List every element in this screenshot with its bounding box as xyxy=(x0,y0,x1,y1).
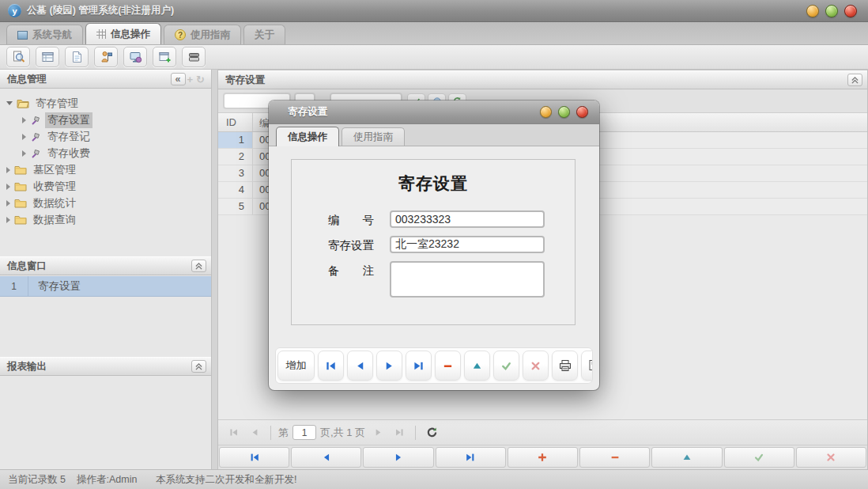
search-document-button[interactable] xyxy=(6,47,30,67)
tree-item-deposit-settings[interactable]: 寄存设置 xyxy=(6,112,211,128)
minimize-button[interactable] xyxy=(806,5,819,17)
deposit-form-panel: 寄存设置 编 号 寄存设置 备 注 xyxy=(291,159,576,325)
deposit-setting-input[interactable] xyxy=(390,236,545,253)
record-delete-button[interactable] xyxy=(579,447,650,468)
dialog-tab-info-operation[interactable]: 信息操作 xyxy=(276,127,339,146)
collapsed-arrow-icon[interactable] xyxy=(22,150,26,157)
maximize-button[interactable] xyxy=(825,5,838,17)
delete-record-button[interactable] xyxy=(435,351,461,381)
user-flag-button[interactable] xyxy=(94,47,118,67)
collapsed-arrow-icon[interactable] xyxy=(6,167,10,173)
form-heading: 寄存设置 xyxy=(292,172,575,195)
refresh-icon[interactable]: ↻ xyxy=(194,74,206,85)
page-next-button[interactable] xyxy=(369,424,387,442)
expanded-arrow-icon[interactable] xyxy=(6,101,13,105)
tab-about[interactable]: 关于 xyxy=(243,25,285,44)
cancel-button[interactable] xyxy=(523,351,549,381)
tab-label: 信息操作 xyxy=(111,28,150,41)
dialog-footer-toolbar: 增加 xyxy=(275,347,593,384)
last-record-icon xyxy=(413,360,425,372)
record-first-button[interactable] xyxy=(219,447,289,468)
panel-title: 信息窗口 xyxy=(7,260,47,273)
close-button[interactable] xyxy=(844,5,857,17)
page-first-button[interactable] xyxy=(225,424,242,442)
print-button[interactable] xyxy=(552,351,578,381)
remark-textarea[interactable] xyxy=(390,261,545,298)
print-archive-button[interactable] xyxy=(182,47,206,67)
page-total-label: 页,共 1 页 xyxy=(320,426,365,440)
dialog-maximize-button[interactable] xyxy=(558,106,570,118)
tree-folder-cemetery-management[interactable]: 墓区管理 xyxy=(6,161,211,178)
code-input[interactable] xyxy=(390,210,545,228)
window-title: 公墓 (陵园) 管理系统(非注册用户) xyxy=(27,4,806,17)
record-cancel-button[interactable] xyxy=(796,447,866,468)
tab-system-navigation[interactable]: 系统导航 xyxy=(6,25,83,44)
double-chevron-up-icon xyxy=(851,77,859,84)
next-record-icon xyxy=(393,452,404,463)
next-record-button[interactable] xyxy=(376,351,402,381)
info-management-panel-header: 信息管理 « + ↻ xyxy=(0,70,211,89)
tree-folder-data-query[interactable]: 数据查询 xyxy=(6,211,211,228)
collapsed-arrow-icon[interactable] xyxy=(22,134,26,140)
tab-label: 关于 xyxy=(255,28,274,42)
monitor-globe-button[interactable] xyxy=(123,47,147,67)
page-number-input[interactable] xyxy=(292,425,316,440)
add-icon xyxy=(537,452,548,463)
add-icon[interactable]: + xyxy=(186,74,195,85)
collapsed-arrow-icon[interactable] xyxy=(22,117,26,123)
collapsed-arrow-icon[interactable] xyxy=(6,184,10,190)
record-add-button[interactable] xyxy=(508,447,578,468)
tool-icon xyxy=(30,115,41,126)
triangle-up-icon xyxy=(471,360,483,372)
document-button[interactable] xyxy=(65,47,89,67)
new-window-button[interactable] xyxy=(153,47,176,67)
confirm-button[interactable] xyxy=(493,351,519,381)
page-prev-button[interactable] xyxy=(246,424,263,442)
page-last-button[interactable] xyxy=(391,424,408,442)
first-record-button[interactable] xyxy=(318,351,344,381)
dialog-minimize-button[interactable] xyxy=(540,106,552,118)
tree-folder-data-statistics[interactable]: 数据统计 xyxy=(6,195,211,211)
record-prev-button[interactable] xyxy=(291,447,361,468)
print-preview-button[interactable] xyxy=(581,351,593,381)
collapse-panel-button[interactable] xyxy=(191,260,206,272)
collapsed-arrow-icon[interactable] xyxy=(6,217,10,223)
report-output-panel-header: 报表输出 xyxy=(0,357,211,376)
title-bar: y 公墓 (陵园) 管理系统(非注册用户) xyxy=(0,0,868,22)
prev-record-button[interactable] xyxy=(347,351,373,381)
column-header-id[interactable]: ID xyxy=(218,113,253,131)
form-row-remark: 备 注 xyxy=(328,261,575,298)
collapse-panel-button[interactable] xyxy=(191,360,206,373)
info-window-row[interactable]: 1 寄存设置 xyxy=(0,276,211,297)
collapse-main-panel-button[interactable] xyxy=(847,74,862,86)
tab-label: 使用指南 xyxy=(191,28,230,42)
collapsed-arrow-icon[interactable] xyxy=(6,200,10,207)
record-last-button[interactable] xyxy=(436,447,506,468)
add-button[interactable]: 增加 xyxy=(277,351,315,381)
tree-folder-fee-management[interactable]: 收费管理 xyxy=(6,178,211,195)
minus-icon xyxy=(442,360,454,372)
separator xyxy=(415,426,416,440)
tree-item-deposit-register[interactable]: 寄存登记 xyxy=(6,128,211,145)
record-confirm-button[interactable] xyxy=(724,447,794,468)
tree-item-label: 寄存设置 xyxy=(45,112,92,128)
tab-info-operation[interactable]: 信息操作 xyxy=(85,23,161,44)
data-list-button[interactable] xyxy=(36,47,59,67)
triangle-up-icon xyxy=(681,452,693,463)
record-edit-button[interactable] xyxy=(651,447,722,468)
pagination-bar: 第 页,共 1 页 xyxy=(218,419,867,445)
collapse-sidebar-button[interactable]: « xyxy=(171,73,186,85)
printer-icon xyxy=(559,359,572,372)
tab-user-guide[interactable]: ? 使用指南 xyxy=(164,25,241,44)
window-controls xyxy=(806,5,860,17)
dialog-tab-user-guide[interactable]: 使用指南 xyxy=(342,127,405,146)
page-refresh-button[interactable] xyxy=(423,424,440,442)
dialog-title-bar[interactable]: 寄存设置 xyxy=(269,100,599,124)
last-record-button[interactable] xyxy=(406,351,432,381)
edit-record-button[interactable] xyxy=(464,351,490,381)
cell-id: 2 xyxy=(218,149,253,165)
tree-item-deposit-fee[interactable]: 寄存收费 xyxy=(6,145,211,161)
tree-folder-deposit-management[interactable]: 寄存管理 xyxy=(6,95,211,112)
dialog-close-button[interactable] xyxy=(576,106,588,118)
record-next-button[interactable] xyxy=(363,447,433,468)
